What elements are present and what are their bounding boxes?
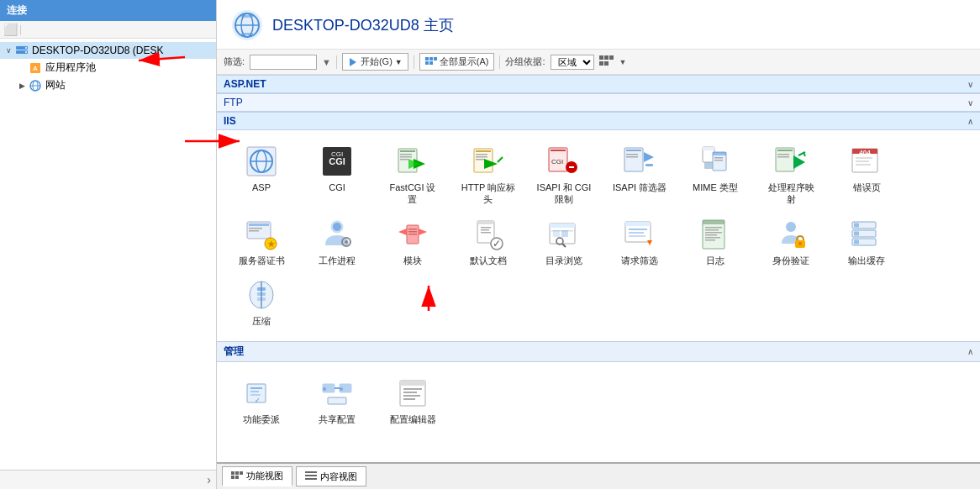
section-header-ftp[interactable]: FTP ∨ — [217, 93, 980, 112]
sidebar-arrow-btn[interactable]: › — [207, 473, 211, 486]
section-mgmt: 管理 ∧ ✓ 功能委派 — [217, 341, 980, 439]
svg-rect-65 — [714, 157, 723, 159]
feature-view-icon — [231, 471, 243, 481]
http-response-icon — [472, 145, 505, 178]
svg-rect-63 — [713, 152, 726, 155]
svg-rect-50 — [551, 150, 566, 151]
svg-rect-78 — [856, 160, 869, 162]
tree-expand-root[interactable]: ∨ — [3, 45, 13, 55]
tree-item-root[interactable]: ∨ DESKTOP-DO32UD8 (DESK — [0, 42, 216, 59]
icon-item-error[interactable]: 404 错误页 — [829, 139, 904, 212]
icon-item-auth[interactable]: 身份验证 — [753, 212, 829, 272]
start-dropdown[interactable]: ▼ — [395, 58, 403, 66]
tree-item-apppool[interactable]: ▶ A 应用程序池 — [0, 59, 216, 76]
svg-rect-160 — [305, 471, 317, 473]
show-all-button[interactable]: 全部显示(A) — [419, 53, 495, 71]
tree-label-website: 网站 — [45, 78, 66, 92]
icon-item-fastcgi[interactable]: FastCGI 设置 — [375, 139, 450, 212]
mgmt2-label: 共享配置 — [319, 413, 356, 425]
svg-rect-21 — [425, 61, 429, 65]
icon-item-cgi[interactable]: CGI CGI CGI — [299, 139, 375, 212]
log-label: 日志 — [706, 255, 724, 266]
svg-text:✓: ✓ — [255, 397, 261, 404]
tree-label-apppool: 应用程序池 — [45, 60, 96, 75]
output-cache-icon — [850, 218, 883, 251]
svg-text:CGI: CGI — [551, 158, 563, 166]
icon-item-module[interactable]: 模块 — [375, 212, 450, 272]
section-title-iis: IIS — [224, 115, 236, 127]
svg-rect-16 — [241, 33, 253, 35]
icon-item-asp[interactable]: ASP — [224, 139, 299, 212]
svg-point-146 — [323, 387, 326, 391]
section-collapse-ftp[interactable]: ∨ — [967, 98, 973, 108]
icon-item-mgmt1[interactable]: ✓ 功能委派 — [224, 371, 299, 431]
svg-marker-115 — [647, 240, 652, 245]
svg-rect-156 — [235, 471, 239, 475]
compress-label: 压缩 — [252, 315, 271, 327]
section-header-mgmt[interactable]: 管理 ∧ — [217, 341, 980, 362]
section-title-mgmt: 管理 — [224, 344, 244, 359]
sidebar-toolbar: ⬜ | — [0, 21, 216, 39]
svg-rect-98 — [481, 227, 491, 229]
section-collapse-iis[interactable]: ∧ — [967, 117, 973, 126]
mime-label: MIME 类型 — [693, 181, 738, 193]
svg-rect-117 — [703, 220, 724, 224]
icon-item-compress[interactable]: 压缩 — [224, 272, 299, 333]
log-icon — [698, 218, 732, 251]
svg-rect-106 — [553, 230, 560, 237]
svg-rect-131 — [854, 231, 859, 235]
svg-point-2 — [25, 47, 27, 49]
svg-rect-44 — [476, 154, 487, 155]
icon-item-dir-browse[interactable]: 目录浏览 — [526, 212, 602, 272]
separator2 — [414, 55, 414, 69]
output-cache-label: 输出缓存 — [848, 255, 885, 266]
svg-line-48 — [498, 157, 503, 162]
svg-rect-69 — [777, 154, 789, 155]
svg-rect-99 — [481, 229, 489, 231]
tab-content-view[interactable]: 内容视图 — [296, 466, 366, 486]
start-label: 开始(G) — [361, 55, 393, 68]
icon-item-cert[interactable]: ★ 服务器证书 — [224, 212, 299, 272]
start-button[interactable]: 开始(G) ▼ — [342, 53, 408, 71]
icon-item-request-filter[interactable]: 请求筛选 — [602, 212, 677, 272]
svg-rect-79 — [856, 164, 871, 166]
group-by-label: 分组依据: — [505, 55, 545, 68]
icon-item-output-cache[interactable]: 输出缓存 — [829, 212, 904, 272]
content-area[interactable]: ASP.NET ∨ FTP ∨ IIS ∧ — [217, 75, 980, 462]
icon-item-mgmt2[interactable]: 共享配置 — [299, 371, 375, 431]
icon-item-worker[interactable]: 工作进程 — [299, 212, 375, 272]
section-header-iis[interactable]: IIS ∧ — [217, 112, 980, 130]
svg-rect-39 — [400, 159, 408, 160]
tab-feature-view[interactable]: 功能视图 — [222, 466, 292, 486]
tab-feature-view-label: 功能视图 — [246, 470, 283, 482]
view-toggle-icon[interactable] — [599, 55, 614, 69]
website-icon — [29, 79, 42, 92]
icon-item-http-response[interactable]: HTTP 响应标头 — [450, 139, 526, 212]
icon-item-mime[interactable]: MIME 类型 — [677, 139, 753, 212]
svg-rect-150 — [400, 381, 425, 386]
section-collapse-aspnet[interactable]: ∨ — [967, 80, 973, 89]
group-by-select[interactable]: 区域 — [551, 55, 594, 70]
icon-item-log[interactable]: 日志 — [677, 212, 753, 272]
svg-rect-59 — [645, 164, 653, 166]
icon-item-default-doc[interactable]: ✓ 默认文档 — [450, 212, 526, 272]
section-collapse-mgmt[interactable]: ∧ — [967, 347, 973, 356]
svg-rect-135 — [257, 287, 266, 291]
filter-dropdown-arrow[interactable]: ▼ — [322, 57, 331, 67]
icon-item-handler[interactable]: 处理程序映射 — [753, 139, 829, 212]
svg-point-3 — [25, 51, 27, 53]
tree-expand-website[interactable]: ▶ — [17, 81, 27, 91]
tree-item-website[interactable]: ▶ 网站 — [0, 76, 216, 94]
svg-rect-27 — [604, 61, 609, 66]
section-header-aspnet[interactable]: ASP.NET ∨ — [217, 75, 980, 93]
svg-rect-45 — [476, 156, 487, 158]
filter-input[interactable] — [250, 55, 317, 70]
svg-rect-15 — [241, 15, 253, 18]
view-dropdown-arrow[interactable]: ▼ — [619, 58, 627, 66]
icon-item-mgmt3[interactable]: 配置编辑器 — [375, 371, 450, 431]
icon-item-isapi-filter[interactable]: ISAPI 筛选器 — [602, 139, 677, 212]
icon-item-isapi-cgi[interactable]: CGI ISAPI 和 CGI限制 — [526, 139, 602, 212]
mime-icon — [698, 145, 732, 178]
svg-rect-57 — [626, 156, 638, 158]
svg-marker-71 — [793, 155, 805, 169]
